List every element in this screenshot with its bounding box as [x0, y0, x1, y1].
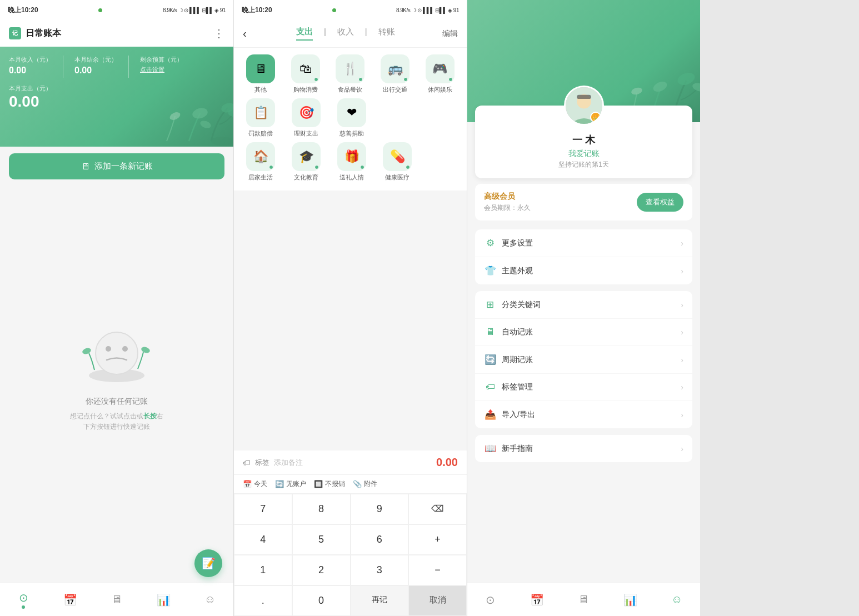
cat-charity[interactable]: ❤ 慈善捐助: [332, 98, 372, 138]
s3-nav-chart-icon: 📊: [623, 593, 637, 607]
option-date[interactable]: 📅 今天: [243, 479, 267, 489]
s3-menu-tag-mgmt-left: 🏷 标签管理: [484, 382, 533, 393]
cat-fine[interactable]: 📋 罚款赔偿: [241, 98, 281, 138]
cat-entertainment-icon: 🎮: [426, 54, 455, 83]
s3-menu-settings[interactable]: ⚙ 更多设置 ›: [475, 229, 692, 257]
key-dot[interactable]: .: [234, 585, 292, 616]
tab-transfer[interactable]: 转账: [378, 27, 395, 41]
key-minus[interactable]: −: [408, 555, 467, 585]
nav-item-home[interactable]: ⊙: [0, 591, 47, 609]
key-0[interactable]: 0: [292, 585, 351, 616]
empty-hint-2: 右: [157, 412, 163, 420]
s3-vip-button[interactable]: 查看权益: [637, 193, 683, 212]
s3-menu-settings-left: ⚙ 更多设置: [484, 237, 533, 249]
svg-point-10: [82, 347, 92, 355]
key-again[interactable]: 再记: [351, 585, 409, 616]
key-9[interactable]: 9: [351, 494, 409, 524]
tag-label[interactable]: 标签: [255, 458, 269, 468]
theme-icon: 👕: [484, 265, 496, 277]
tag-mgmt-icon: 🏷: [484, 382, 496, 393]
key-cancel[interactable]: 取消: [408, 585, 467, 616]
cat-gift[interactable]: 🎁 送礼人情: [332, 142, 372, 182]
cat-edu[interactable]: 🎓 文化教育: [286, 142, 326, 182]
s3-menu-guide[interactable]: 📖 新手指南 ›: [475, 435, 692, 462]
key-plus[interactable]: +: [408, 524, 467, 555]
s3-avatar-badge: 👑: [590, 112, 601, 123]
cat-edu-label: 文化教育: [294, 173, 318, 182]
s3-menu-auto-record[interactable]: 🖥 自动记账 ›: [475, 319, 692, 346]
cat-home-dot: [269, 165, 273, 169]
add-note-label[interactable]: 添加备注: [274, 458, 303, 468]
category-kw-chevron: ›: [681, 301, 683, 309]
nav-calendar-icon: 📅: [63, 593, 77, 607]
nav-item-profile[interactable]: ☺: [187, 593, 233, 606]
time-2: 晚上10:20: [242, 6, 272, 15]
cat-food[interactable]: 🍴 食品餐饮: [330, 54, 370, 94]
cat-fine-icon: 📋: [246, 98, 275, 127]
s3-spacer: [467, 465, 700, 583]
key-1[interactable]: 1: [234, 555, 292, 585]
tab-expense[interactable]: 支出: [296, 27, 313, 41]
s3-menu-tag-mgmt[interactable]: 🏷 标签管理 ›: [475, 374, 692, 401]
cat-transport[interactable]: 🚌 出行交通: [375, 54, 415, 94]
svg-point-0: [211, 137, 233, 146]
key-7[interactable]: 7: [234, 494, 292, 524]
tab-income[interactable]: 收入: [337, 27, 354, 41]
empty-hint-3: 下方按钮进行快速记账: [83, 423, 150, 430]
nav-item-chart[interactable]: 📊: [140, 593, 187, 607]
s3-nav-item-home[interactable]: ⊙: [467, 593, 514, 607]
key-8[interactable]: 8: [292, 494, 351, 524]
s3-nav-item-screen[interactable]: 🖥: [561, 593, 607, 606]
s3-nav-item-profile[interactable]: ☺: [653, 593, 700, 606]
cat-row-3: 🏠 居家生活 🎓 文化教育 🎁 送礼人情: [238, 142, 462, 182]
key-2[interactable]: 2: [292, 555, 351, 585]
guide-icon: 📖: [484, 443, 496, 454]
s3-menu-periodic[interactable]: 🔄 周期记账 ›: [475, 346, 692, 374]
add-record-button[interactable]: 🖥 添加一条新记账: [9, 153, 224, 179]
s3-nav-item-chart[interactable]: 📊: [607, 593, 653, 607]
fab-icon: 📝: [202, 557, 216, 570]
s1-more-button[interactable]: ⋮: [213, 27, 224, 40]
category-kw-icon: ⊞: [484, 299, 496, 310]
fab-button[interactable]: 📝: [194, 549, 222, 577]
back-button[interactable]: ‹: [243, 27, 249, 40]
s2-options-row: 📅 今天 🔄 无账户 🔲 不报销 📎 附件: [234, 475, 467, 494]
attach-label: 附件: [364, 479, 377, 489]
s3-menu-category-kw[interactable]: ⊞ 分类关键词 ›: [475, 291, 692, 319]
option-attach[interactable]: 📎 附件: [353, 479, 377, 489]
cat-gift-icon: 🎁: [337, 142, 366, 171]
cat-home-label: 居家生活: [248, 173, 273, 182]
key-5[interactable]: 5: [292, 524, 351, 555]
auto-record-label: 自动记账: [502, 327, 533, 337]
status-icons-1: 8.9K/s ☽ ⊙ ▌▌▌ ⊟▌▌ ◈ 91: [163, 7, 226, 13]
amount-display: 0.00: [436, 456, 458, 469]
s2-spacer: [234, 191, 467, 450]
edit-button[interactable]: 编辑: [442, 29, 458, 39]
cat-home[interactable]: 🏠 居家生活: [241, 142, 281, 182]
s3-menu-category-kw-left: ⊞ 分类关键词: [484, 299, 541, 310]
cat-invest-label: 理财支出: [294, 129, 318, 138]
cat-transport-dot: [403, 77, 408, 82]
cat-transport-icon: 🚌: [381, 54, 409, 83]
s3-menu-import-export[interactable]: 📤 导入/导出 ›: [475, 401, 692, 428]
key-6[interactable]: 6: [351, 524, 409, 555]
option-account[interactable]: 🔄 无账户: [275, 479, 306, 489]
nav-item-calendar[interactable]: 📅: [47, 593, 93, 607]
cat-entertainment-dot: [448, 77, 453, 82]
cat-health-label: 健康医疗: [385, 173, 409, 182]
cat-shopping[interactable]: 🛍 购物消费: [286, 54, 326, 94]
key-4[interactable]: 4: [234, 524, 292, 555]
cat-health[interactable]: 💊 健康医疗: [377, 142, 417, 182]
s3-menu-import-export-left: 📤 导入/导出: [484, 409, 535, 420]
cat-entertainment[interactable]: 🎮 休闲娱乐: [420, 54, 460, 94]
cat-invest[interactable]: 🎯 理财支出: [286, 98, 326, 138]
s3-nav-item-calendar[interactable]: 📅: [514, 593, 561, 607]
key-3[interactable]: 3: [351, 555, 409, 585]
s1-budget-link[interactable]: 点击设置: [140, 66, 183, 74]
nav-item-transfer[interactable]: 🖥: [93, 593, 140, 606]
cat-other[interactable]: 🖥 其他: [241, 54, 281, 94]
s3-menu-theme[interactable]: 👕 主题外观 ›: [475, 257, 692, 284]
option-no-refund[interactable]: 🔲 不报销: [314, 479, 345, 489]
key-delete[interactable]: ⌫: [408, 494, 467, 524]
s1-budget-stat: 剩余预算（元） 点击设置: [140, 56, 183, 74]
